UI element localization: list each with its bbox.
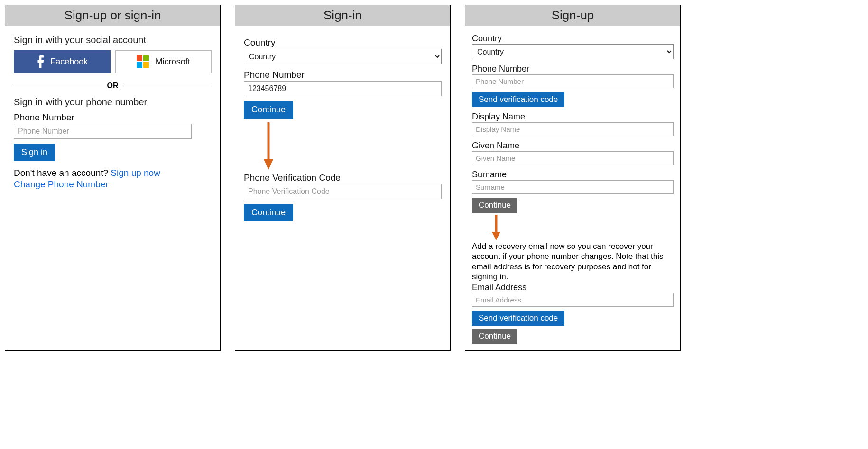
change-phone-number-link[interactable]: Change Phone Number (14, 179, 109, 189)
send-verification-code-button-2[interactable]: Send verification code (472, 311, 564, 326)
phone-signin-heading: Sign in with your phone number (14, 97, 212, 108)
surname-input[interactable] (472, 180, 674, 194)
panel-title: Sign-up or sign-in (5, 5, 220, 26)
country-select[interactable]: Country (244, 49, 442, 64)
facebook-icon (36, 55, 44, 68)
microsoft-button[interactable]: Microsoft (115, 50, 212, 73)
phone-number-label: Phone Number (244, 70, 442, 80)
divider: OR (14, 82, 212, 90)
panel-title: Sign-in (235, 5, 450, 26)
panel-title: Sign-up (465, 5, 680, 26)
continue-button[interactable]: Continue (472, 198, 517, 213)
microsoft-icon (137, 55, 149, 68)
given-name-input[interactable] (472, 151, 674, 165)
sign-in-button[interactable]: Sign in (14, 144, 55, 161)
continue-button[interactable]: Continue (244, 101, 293, 119)
social-signin-heading: Sign in with your social account (14, 35, 212, 46)
continue-button-2[interactable]: Continue (472, 329, 517, 344)
phone-number-input[interactable] (244, 81, 442, 96)
divider-line-left (14, 86, 102, 86)
given-name-label: Given Name (472, 141, 674, 151)
divider-text: OR (102, 82, 123, 90)
phone-number-label: Phone Number (472, 64, 674, 74)
facebook-label: Facebook (50, 57, 88, 67)
svg-marker-3 (492, 232, 500, 240)
verification-code-label: Phone Verification Code (244, 173, 442, 183)
continue-button-2[interactable]: Continue (244, 204, 293, 221)
panel-signup-or-signin: Sign-up or sign-in Sign in with your soc… (5, 5, 221, 351)
panel-signin: Sign-in Country Country Phone Number Con… (235, 5, 451, 351)
verification-code-input[interactable] (244, 184, 442, 199)
email-address-label: Email Address (472, 283, 674, 293)
recovery-email-info: Add a recovery email now so you can reco… (472, 241, 674, 282)
facebook-button[interactable]: Facebook (14, 50, 111, 73)
no-account-text: Don't have an account? (14, 168, 111, 178)
sign-up-now-link[interactable]: Sign up now (111, 168, 160, 178)
email-address-input[interactable] (472, 293, 674, 307)
arrow-down-icon (263, 122, 272, 170)
surname-label: Surname (472, 170, 674, 180)
microsoft-label: Microsoft (156, 57, 190, 67)
country-label: Country (244, 37, 442, 48)
phone-number-input[interactable] (14, 124, 192, 139)
svg-marker-1 (264, 159, 273, 170)
arrow-down-icon (491, 215, 500, 240)
display-name-label: Display Name (472, 112, 674, 122)
divider-line-right (123, 86, 212, 86)
signup-prompt-row: Don't have an account? Sign up now (14, 168, 212, 178)
send-verification-code-button[interactable]: Send verification code (472, 92, 564, 107)
country-select[interactable]: Country (472, 44, 674, 59)
display-name-input[interactable] (472, 122, 674, 136)
phone-number-label: Phone Number (14, 112, 212, 123)
social-buttons-row: Facebook Microsoft (14, 50, 212, 73)
country-label: Country (472, 34, 674, 44)
phone-number-input[interactable] (472, 74, 674, 88)
panel-signup: Sign-up Country Country Phone Number Sen… (465, 5, 681, 351)
